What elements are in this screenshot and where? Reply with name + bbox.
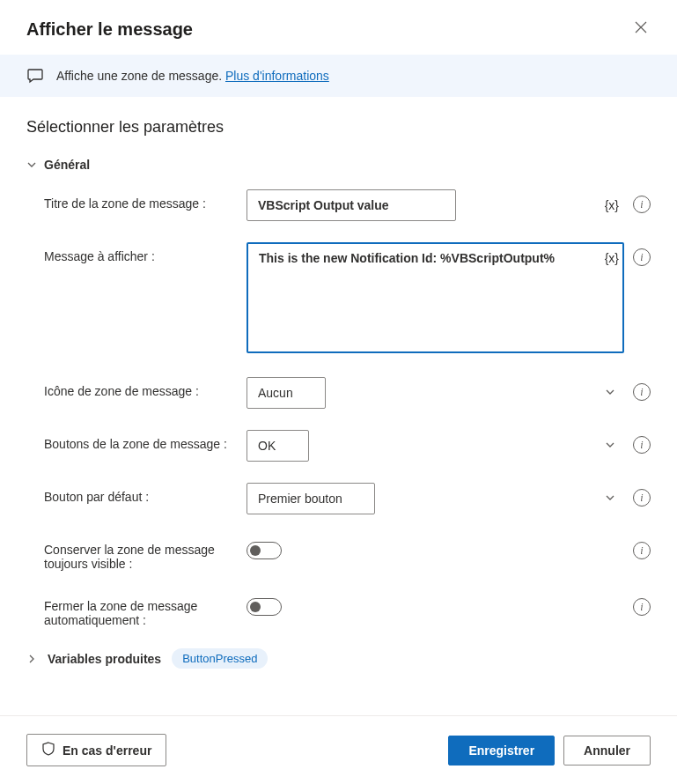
- insert-variable-button[interactable]: {x}: [605, 198, 619, 212]
- title-label: Titre de la zone de message :: [44, 189, 247, 211]
- comment-icon: [26, 67, 44, 85]
- chevron-down-icon: [605, 492, 615, 506]
- default-button-label: Bouton par défaut :: [44, 483, 247, 504]
- auto-close-toggle[interactable]: [247, 598, 282, 616]
- variables-produced-label: Variables produites: [48, 652, 161, 666]
- message-label: Message à afficher :: [44, 242, 247, 263]
- title-input[interactable]: [247, 189, 456, 221]
- on-error-button[interactable]: En cas d'erreur: [26, 734, 166, 766]
- message-input[interactable]: This is the new Notification Id: %VBScri…: [247, 242, 624, 353]
- info-icon[interactable]: i: [633, 436, 651, 454]
- close-button[interactable]: [631, 18, 651, 41]
- info-icon[interactable]: i: [633, 598, 651, 616]
- icon-select[interactable]: Aucun: [247, 377, 326, 409]
- icon-label: Icône de zone de message :: [44, 377, 247, 398]
- chevron-right-icon: [26, 654, 37, 664]
- info-banner: Affiche une zone de message. Plus d'info…: [0, 55, 677, 97]
- shield-icon: [41, 742, 55, 758]
- variables-produced-header[interactable]: Variables produites ButtonPressed: [26, 648, 651, 669]
- save-button[interactable]: Enregistrer: [448, 736, 555, 766]
- keep-visible-label: Conserver la zone de message toujours vi…: [44, 536, 247, 571]
- info-icon[interactable]: i: [633, 248, 651, 266]
- section-title: Sélectionner les paramètres: [26, 118, 651, 137]
- chevron-down-icon: [26, 159, 37, 170]
- dialog-title: Afficher le message: [26, 19, 193, 40]
- chevron-down-icon: [605, 386, 615, 400]
- info-icon[interactable]: i: [633, 383, 651, 401]
- info-icon[interactable]: i: [633, 489, 651, 507]
- chevron-down-icon: [605, 439, 615, 453]
- group-general-header[interactable]: Général: [26, 158, 651, 172]
- buttons-select[interactable]: OK: [247, 430, 309, 462]
- banner-text: Affiche une zone de message. Plus d'info…: [56, 69, 329, 83]
- info-icon[interactable]: i: [633, 196, 651, 213]
- banner-description: Affiche une zone de message.: [56, 69, 225, 83]
- close-icon: [635, 21, 647, 37]
- buttons-label: Boutons de la zone de message :: [44, 430, 247, 451]
- keep-visible-toggle[interactable]: [247, 542, 282, 559]
- variable-chip[interactable]: ButtonPressed: [172, 648, 268, 669]
- on-error-label: En cas d'erreur: [63, 743, 151, 758]
- group-general-label: Général: [44, 158, 90, 172]
- info-icon[interactable]: i: [633, 542, 651, 559]
- more-info-link[interactable]: Plus d'informations: [225, 69, 329, 83]
- cancel-button[interactable]: Annuler: [563, 736, 651, 766]
- auto-close-label: Fermer la zone de message automatiquemen…: [44, 592, 247, 627]
- default-button-select[interactable]: Premier bouton: [247, 483, 375, 514]
- insert-variable-button[interactable]: {x}: [605, 251, 619, 265]
